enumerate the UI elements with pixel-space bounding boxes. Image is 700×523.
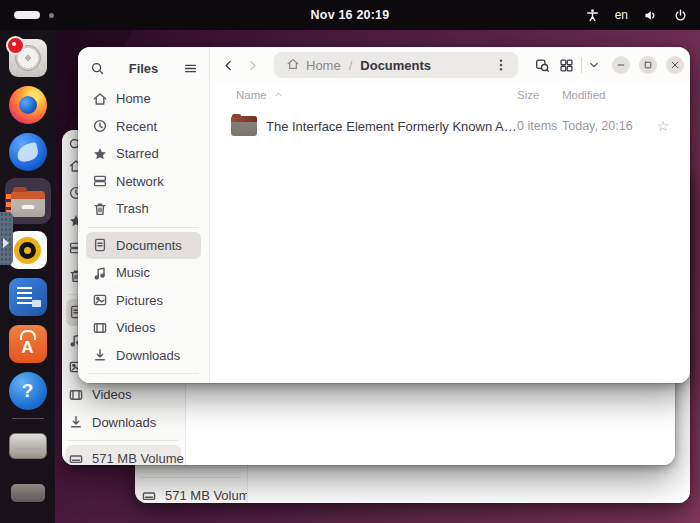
sidebar-separator — [68, 440, 179, 441]
sidebar-item-label: Documents — [116, 238, 182, 253]
app-center-icon — [9, 325, 47, 363]
keyboard-layout-indicator[interactable]: en — [615, 8, 628, 22]
dock-item-thunderbird[interactable] — [5, 131, 51, 173]
sidebar-item-videos[interactable]: Videos — [86, 314, 201, 342]
file-list: Name Size Modified The Interface Element… — [210, 81, 690, 383]
power-icon[interactable] — [673, 8, 688, 23]
dock — [0, 30, 55, 523]
system-status-area[interactable]: en — [585, 8, 700, 23]
column-size[interactable]: Size — [517, 89, 562, 101]
sidebar-item-trash[interactable]: Trash — [86, 195, 201, 223]
sidebar-item-label: Videos — [92, 387, 132, 402]
sidebar-item-label: Downloads — [92, 415, 156, 430]
breadcrumb-root-label: Home — [306, 58, 341, 73]
sidebar-separator — [88, 373, 199, 374]
sidebar-item-pictures[interactable]: Pictures — [86, 287, 201, 315]
sidebar-item-label: Videos — [116, 320, 156, 335]
sidebar-separator — [141, 477, 241, 478]
breadcrumb-home[interactable]: Home — [286, 57, 341, 74]
toolbar-divider — [581, 57, 582, 73]
minimize-button[interactable] — [612, 56, 630, 74]
sidebar-item-label: Downloads — [116, 348, 180, 363]
ubuntu-badge-icon — [6, 36, 25, 55]
file-rows: The Interface Element Formerly Known As … — [210, 107, 690, 383]
dock-item-libreoffice-writer[interactable] — [5, 276, 51, 318]
sidebar-separator — [88, 227, 199, 228]
accessibility-icon[interactable] — [585, 8, 600, 23]
path-bar[interactable]: Home / Documents — [274, 52, 518, 78]
sidebar-item-571-mb-volume[interactable]: 571 MB Volume — [139, 482, 243, 503]
starred-icon — [92, 146, 108, 162]
sidebar-item-571-mb-volume[interactable]: 571 MB Volume — [66, 445, 181, 465]
grid-view-icon[interactable] — [554, 53, 578, 77]
sidebar-item-label: Network — [116, 174, 164, 189]
music-icon — [92, 265, 108, 281]
toolbar[interactable]: Home / Documents — [210, 47, 690, 81]
file-row[interactable]: The Interface Element Formerly Known As … — [210, 107, 690, 145]
file-name: The Interface Element Formerly Known As … — [266, 119, 517, 134]
sidebar-item-music[interactable]: Music — [86, 259, 201, 287]
sidebar-item-label: Trash — [116, 201, 149, 216]
disk-tool-icon — [9, 39, 47, 77]
dock-item-app-center[interactable] — [5, 323, 51, 365]
thunderbird-icon — [9, 133, 47, 171]
sidebar-item-documents[interactable]: Documents — [86, 232, 201, 260]
dock-item-show-apps[interactable] — [5, 519, 51, 523]
drive-icon — [141, 488, 157, 503]
dock-item-volume-drive[interactable] — [5, 425, 51, 467]
maximize-button[interactable] — [639, 56, 657, 74]
search-icon[interactable] — [86, 57, 108, 79]
trash-icon — [92, 201, 108, 217]
sidebar-item-starred[interactable]: Starred — [86, 140, 201, 168]
drive-small-icon — [11, 484, 45, 502]
downloads-icon — [92, 347, 108, 363]
downloads-icon — [68, 414, 84, 430]
files-window-front[interactable]: Files HomeRecentStarredNetworkTrashDocum… — [78, 47, 690, 383]
sidebar-item-label: Music — [116, 265, 150, 280]
home-icon — [286, 57, 300, 74]
star-outline-icon[interactable]: ☆ — [650, 119, 676, 133]
sidebar-item-home[interactable]: Home — [86, 85, 201, 113]
documents-icon — [92, 237, 108, 253]
sidebar-item-label: Home — [116, 91, 151, 106]
folder-icon — [231, 116, 257, 136]
window-edge-tab[interactable] — [0, 212, 13, 265]
close-button[interactable] — [666, 56, 684, 74]
files-icon — [11, 191, 45, 217]
sort-ascending-icon — [273, 89, 284, 102]
firefox-icon — [9, 86, 47, 124]
search-everywhere-icon[interactable] — [530, 53, 554, 77]
dock-item-volume-drive-small[interactable] — [5, 472, 51, 514]
sidebar-item-network[interactable]: Network — [86, 168, 201, 196]
top-bar: Nov 16 20:19 en — [0, 0, 700, 30]
drive-icon — [68, 451, 84, 465]
sidebar-item-downloads[interactable]: Downloads — [86, 342, 201, 370]
dock-item-help[interactable] — [5, 370, 51, 412]
column-modified[interactable]: Modified — [562, 89, 650, 101]
videos-icon — [92, 320, 108, 336]
dock-item-disk-tool[interactable] — [5, 37, 51, 79]
sidebar-item-571-mb-volume[interactable]: 571 MB Volume — [86, 378, 201, 383]
pictures-icon — [92, 292, 108, 308]
view-options-chevron-icon[interactable] — [585, 56, 603, 74]
sidebar-item-label: Pictures — [116, 293, 163, 308]
recent-icon — [92, 118, 108, 134]
sidebar-item-downloads[interactable]: Downloads — [66, 409, 181, 437]
dock-item-firefox[interactable] — [5, 84, 51, 126]
breadcrumb-current[interactable]: Documents — [360, 58, 431, 73]
sidebar-list: HomeRecentStarredNetworkTrashDocumentsMu… — [78, 81, 209, 383]
column-name[interactable]: Name — [236, 89, 517, 102]
volume-icon[interactable] — [643, 8, 658, 23]
forward-button[interactable] — [240, 53, 264, 77]
folder-handle — [21, 205, 34, 209]
sidebar-item-recent[interactable]: Recent — [86, 113, 201, 141]
dock-separator — [12, 418, 44, 419]
path-menu-kebab-icon[interactable] — [492, 56, 510, 74]
back-button[interactable] — [216, 53, 240, 77]
sidebar-item-label: 571 MB Volume — [92, 451, 184, 465]
hamburger-menu-icon[interactable] — [179, 57, 201, 79]
main-pane: Home / Documents Name — [210, 47, 690, 383]
files-window: Files HomeRecentStarredNetworkTrashDocum… — [78, 47, 690, 383]
sidebar: Files HomeRecentStarredNetworkTrashDocum… — [78, 47, 210, 383]
sidebar-item-videos[interactable]: Videos — [66, 381, 181, 409]
